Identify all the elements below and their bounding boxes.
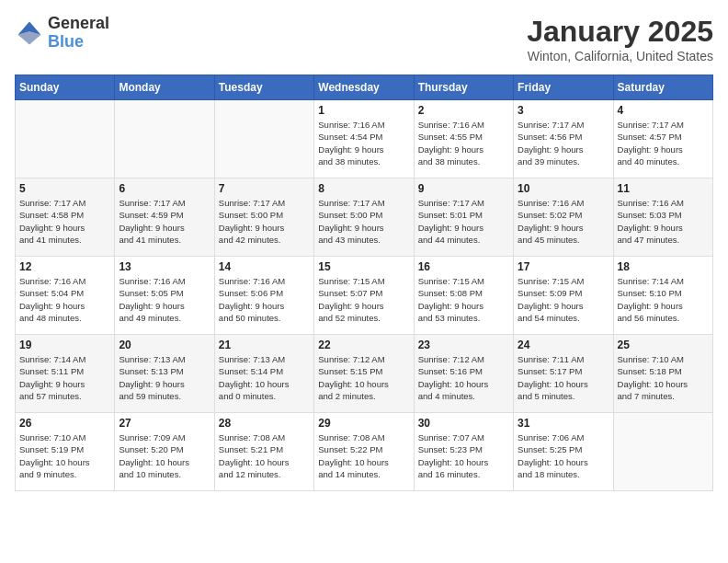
day-number: 3 <box>518 104 609 117</box>
calendar-cell <box>16 100 115 178</box>
calendar-cell: 9Sunrise: 7:17 AM Sunset: 5:01 PM Daylig… <box>414 178 513 257</box>
cell-content: Sunrise: 7:15 AM Sunset: 5:08 PM Dayligh… <box>418 275 509 324</box>
calendar-week-row: 1Sunrise: 7:16 AM Sunset: 4:54 PM Daylig… <box>16 100 713 178</box>
logo-icon <box>15 18 44 48</box>
calendar-body: 1Sunrise: 7:16 AM Sunset: 4:54 PM Daylig… <box>16 100 713 491</box>
day-number: 19 <box>19 339 110 351</box>
day-number: 21 <box>219 339 310 351</box>
cell-content: Sunrise: 7:16 AM Sunset: 5:05 PM Dayligh… <box>119 275 210 324</box>
weekday-header: Tuesday <box>214 75 313 100</box>
calendar-cell: 8Sunrise: 7:17 AM Sunset: 5:00 PM Daylig… <box>314 178 414 257</box>
cell-content: Sunrise: 7:15 AM Sunset: 5:09 PM Dayligh… <box>518 275 609 324</box>
weekday-header: Monday <box>115 75 214 100</box>
calendar-cell: 18Sunrise: 7:14 AM Sunset: 5:10 PM Dayli… <box>613 257 712 335</box>
calendar-week-row: 12Sunrise: 7:16 AM Sunset: 5:04 PM Dayli… <box>16 257 713 335</box>
cell-content: Sunrise: 7:16 AM Sunset: 5:02 PM Dayligh… <box>518 197 609 246</box>
cell-content: Sunrise: 7:17 AM Sunset: 5:00 PM Dayligh… <box>318 197 409 246</box>
weekday-header: Saturday <box>613 75 712 100</box>
calendar-cell: 22Sunrise: 7:12 AM Sunset: 5:15 PM Dayli… <box>314 335 414 413</box>
cell-content: Sunrise: 7:17 AM Sunset: 4:56 PM Dayligh… <box>518 119 609 167</box>
day-number: 4 <box>618 104 709 117</box>
weekday-header: Thursday <box>414 75 513 100</box>
calendar-cell: 30Sunrise: 7:07 AM Sunset: 5:23 PM Dayli… <box>414 413 513 491</box>
day-number: 11 <box>618 182 709 195</box>
day-number: 24 <box>518 339 609 351</box>
day-number: 26 <box>19 417 110 430</box>
weekday-header: Wednesday <box>314 75 414 100</box>
cell-content: Sunrise: 7:17 AM Sunset: 4:58 PM Dayligh… <box>19 197 110 246</box>
calendar-cell: 6Sunrise: 7:17 AM Sunset: 4:59 PM Daylig… <box>115 178 214 257</box>
calendar-cell: 2Sunrise: 7:16 AM Sunset: 4:55 PM Daylig… <box>414 100 513 178</box>
day-number: 20 <box>119 339 210 351</box>
day-number: 31 <box>518 417 609 430</box>
day-number: 22 <box>318 339 409 351</box>
cell-content: Sunrise: 7:14 AM Sunset: 5:10 PM Dayligh… <box>618 275 709 324</box>
calendar-cell: 17Sunrise: 7:15 AM Sunset: 5:09 PM Dayli… <box>514 257 613 335</box>
calendar-cell: 5Sunrise: 7:17 AM Sunset: 4:58 PM Daylig… <box>16 178 115 257</box>
calendar-cell: 3Sunrise: 7:17 AM Sunset: 4:56 PM Daylig… <box>514 100 613 178</box>
day-number: 14 <box>219 260 310 273</box>
cell-content: Sunrise: 7:17 AM Sunset: 5:01 PM Dayligh… <box>418 197 509 246</box>
cell-content: Sunrise: 7:17 AM Sunset: 5:00 PM Dayligh… <box>219 197 310 246</box>
day-number: 2 <box>418 104 509 117</box>
day-number: 16 <box>418 260 509 273</box>
cell-content: Sunrise: 7:17 AM Sunset: 4:57 PM Dayligh… <box>618 119 709 167</box>
calendar-cell <box>613 413 712 491</box>
day-number: 1 <box>318 104 409 117</box>
day-number: 23 <box>418 339 509 351</box>
day-number: 9 <box>418 182 509 195</box>
day-number: 15 <box>318 260 409 273</box>
calendar-cell <box>115 100 214 178</box>
title-block: January 2025 Winton, California, United … <box>527 15 713 63</box>
day-number: 5 <box>19 182 110 195</box>
cell-content: Sunrise: 7:17 AM Sunset: 4:59 PM Dayligh… <box>119 197 210 246</box>
logo-line1: General <box>48 15 109 33</box>
calendar-cell: 4Sunrise: 7:17 AM Sunset: 4:57 PM Daylig… <box>613 100 712 178</box>
day-number: 17 <box>518 260 609 273</box>
day-number: 12 <box>19 260 110 273</box>
calendar-week-row: 19Sunrise: 7:14 AM Sunset: 5:11 PM Dayli… <box>16 335 713 413</box>
cell-content: Sunrise: 7:16 AM Sunset: 4:54 PM Dayligh… <box>318 119 409 167</box>
cell-content: Sunrise: 7:13 AM Sunset: 5:14 PM Dayligh… <box>219 353 310 402</box>
day-number: 25 <box>618 339 709 351</box>
cell-content: Sunrise: 7:14 AM Sunset: 5:11 PM Dayligh… <box>19 353 110 402</box>
calendar-cell: 19Sunrise: 7:14 AM Sunset: 5:11 PM Dayli… <box>16 335 115 413</box>
day-number: 27 <box>119 417 210 430</box>
logo-line2: Blue <box>48 33 109 52</box>
cell-content: Sunrise: 7:12 AM Sunset: 5:15 PM Dayligh… <box>318 353 409 402</box>
calendar-cell: 26Sunrise: 7:10 AM Sunset: 5:19 PM Dayli… <box>16 413 115 491</box>
calendar-cell: 21Sunrise: 7:13 AM Sunset: 5:14 PM Dayli… <box>214 335 313 413</box>
day-number: 28 <box>219 417 310 430</box>
calendar-cell: 10Sunrise: 7:16 AM Sunset: 5:02 PM Dayli… <box>514 178 613 257</box>
cell-content: Sunrise: 7:16 AM Sunset: 5:06 PM Dayligh… <box>219 275 310 324</box>
cell-content: Sunrise: 7:06 AM Sunset: 5:25 PM Dayligh… <box>518 431 609 480</box>
cell-content: Sunrise: 7:07 AM Sunset: 5:23 PM Dayligh… <box>418 431 509 480</box>
calendar-cell: 23Sunrise: 7:12 AM Sunset: 5:16 PM Dayli… <box>414 335 513 413</box>
calendar-cell: 15Sunrise: 7:15 AM Sunset: 5:07 PM Dayli… <box>314 257 414 335</box>
calendar-week-row: 26Sunrise: 7:10 AM Sunset: 5:19 PM Dayli… <box>16 413 713 491</box>
day-number: 6 <box>119 182 210 195</box>
cell-content: Sunrise: 7:08 AM Sunset: 5:21 PM Dayligh… <box>219 431 310 480</box>
calendar-cell: 11Sunrise: 7:16 AM Sunset: 5:03 PM Dayli… <box>613 178 712 257</box>
cell-content: Sunrise: 7:09 AM Sunset: 5:20 PM Dayligh… <box>119 431 210 480</box>
weekday-header-row: SundayMondayTuesdayWednesdayThursdayFrid… <box>16 75 713 100</box>
cell-content: Sunrise: 7:12 AM Sunset: 5:16 PM Dayligh… <box>418 353 509 402</box>
calendar-cell: 31Sunrise: 7:06 AM Sunset: 5:25 PM Dayli… <box>514 413 613 491</box>
calendar-table: SundayMondayTuesdayWednesdayThursdayFrid… <box>15 75 713 491</box>
day-number: 29 <box>318 417 409 430</box>
calendar-cell: 12Sunrise: 7:16 AM Sunset: 5:04 PM Dayli… <box>16 257 115 335</box>
day-number: 10 <box>518 182 609 195</box>
calendar-cell: 20Sunrise: 7:13 AM Sunset: 5:13 PM Dayli… <box>115 335 214 413</box>
calendar-cell: 24Sunrise: 7:11 AM Sunset: 5:17 PM Dayli… <box>514 335 613 413</box>
calendar-cell: 7Sunrise: 7:17 AM Sunset: 5:00 PM Daylig… <box>214 178 313 257</box>
cell-content: Sunrise: 7:16 AM Sunset: 4:55 PM Dayligh… <box>418 119 509 167</box>
logo: General Blue <box>15 15 109 52</box>
cell-content: Sunrise: 7:10 AM Sunset: 5:19 PM Dayligh… <box>19 431 110 480</box>
page-title: January 2025 <box>527 15 713 49</box>
calendar-cell: 1Sunrise: 7:16 AM Sunset: 4:54 PM Daylig… <box>314 100 414 178</box>
weekday-header: Sunday <box>16 75 115 100</box>
day-number: 30 <box>418 417 509 430</box>
calendar-cell: 29Sunrise: 7:08 AM Sunset: 5:22 PM Dayli… <box>314 413 414 491</box>
calendar-cell: 13Sunrise: 7:16 AM Sunset: 5:05 PM Dayli… <box>115 257 214 335</box>
calendar-cell: 25Sunrise: 7:10 AM Sunset: 5:18 PM Dayli… <box>613 335 712 413</box>
